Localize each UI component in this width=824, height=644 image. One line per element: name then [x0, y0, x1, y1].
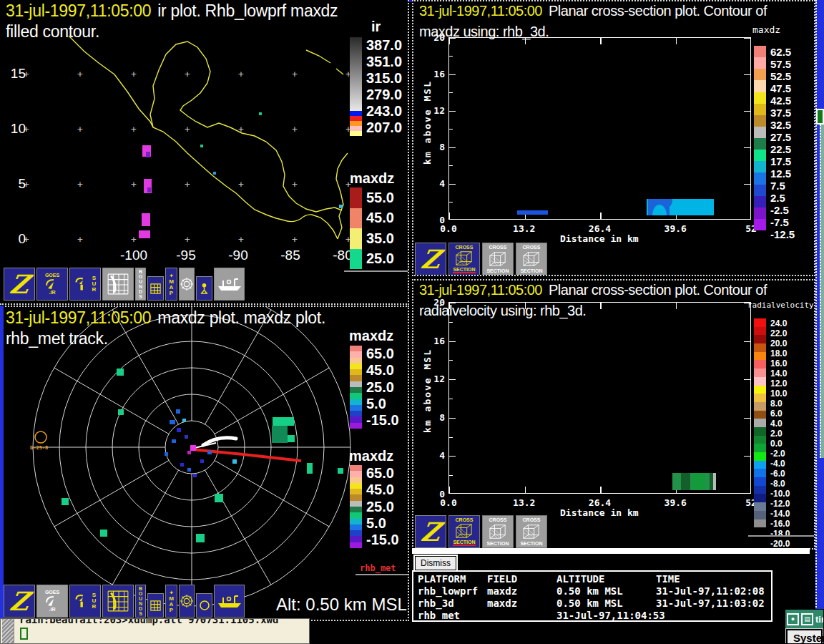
x-tick-label: 0.0: [440, 497, 456, 508]
colorbar-label: 315.0: [366, 70, 402, 87]
cross-section-button-active[interactable]: CROSS SECTION: [448, 243, 480, 275]
ir-panel-timestamp: 31-jul-1997,11:05:00: [6, 1, 151, 20]
table-cell: 0.50 km MSL: [556, 597, 656, 610]
xsec-radial-colorbar-title: radialvelocity: [747, 301, 814, 310]
ir-panel-title-text: ir plot. Rhb_lowprf maxdz: [157, 1, 338, 20]
colorbar-swatch: [754, 477, 766, 486]
surveillance-button[interactable]: SUR: [69, 268, 101, 301]
xsec-radial-title-text: Planar cross-section plot. Contour of: [549, 282, 767, 298]
colorbar-label: 5.0: [366, 396, 399, 412]
grid-plus-mark: +: [292, 124, 298, 135]
compass-rings-button[interactable]: [179, 268, 195, 301]
zebra-logo-button[interactable]: Z: [4, 585, 35, 618]
cross-section-button[interactable]: CROSS SECTION: [482, 243, 514, 275]
cube-icon: [521, 523, 541, 540]
colorbar-swatches: [754, 46, 766, 230]
xsec-radial-button-row: Z CROSS SECTION CROSS SECTION CROSS SECT…: [415, 515, 558, 548]
colorbar-label: 351.0: [366, 54, 402, 70]
colorbar-label: 20.0: [770, 338, 790, 348]
corner-window-titlebar[interactable]: ● ▤ tin: [785, 610, 823, 628]
echo-cell: [272, 426, 288, 443]
colorbar-label: 22.5: [770, 143, 795, 155]
compass-rings-button[interactable]: [179, 585, 195, 618]
window-document-icon[interactable]: ▤: [801, 613, 813, 625]
colorbar-label: -2.5: [770, 204, 795, 216]
small-grid-button[interactable]: [147, 593, 164, 618]
colorbar-label: 2.0: [770, 429, 790, 439]
terminal-scrollbar[interactable]: [2, 619, 14, 643]
terminal-command-line: rain:beaufait:203>xdump.all 970731.1105.…: [19, 618, 278, 625]
corner-window: ● ▤ tin Syster: [785, 609, 824, 644]
colorbar-swatch: [350, 358, 362, 364]
goes-ir-button[interactable]: GOES .IR: [36, 268, 68, 301]
xsec-radial-timestamp: 31-jul-1997,11:05:00: [419, 282, 542, 298]
colorbar-swatch: [350, 530, 362, 536]
grid-plus-mark: +: [238, 124, 244, 135]
colorbar-swatch: [754, 494, 766, 502]
x-tick-label: -100: [120, 248, 147, 263]
radar-echo-layer: [0, 307, 408, 620]
window-menu-icon[interactable]: ●: [787, 613, 799, 625]
colorbar-label: 14.0: [770, 369, 790, 379]
colorbar-swatch: [754, 386, 766, 394]
colorbar-chip: [350, 116, 362, 121]
circle-button[interactable]: [196, 593, 212, 618]
grid-plus-mark: +: [185, 124, 190, 135]
xsec-radial-x-axis-label: Distance in km: [560, 507, 639, 518]
terminal-window[interactable]: rain:beaufait:203>xdump.all 970731.1105.…: [0, 618, 310, 644]
surveillance-button[interactable]: SUR: [69, 585, 101, 618]
colorbar-swatch: [350, 381, 362, 387]
colorbar-label: 12.0: [770, 379, 790, 389]
corner-window-title: tin: [815, 614, 824, 625]
colorbar-label: 45.0: [366, 362, 399, 379]
grid-plus-mark: +: [77, 124, 83, 135]
z-logo-icon: Z: [419, 246, 441, 272]
colorbar-swatch: [754, 327, 766, 336]
table-cell: [656, 610, 771, 622]
satellite-dish-icon: [45, 278, 59, 290]
colorbar-labels: 62.557.552.547.542.537.532.527.522.517.5…: [770, 46, 795, 230]
bounds-button[interactable]: BOUNDS: [135, 585, 146, 618]
ship-button[interactable]: [214, 585, 245, 618]
cross-section-button[interactable]: CROSS SECTION: [516, 515, 547, 548]
cross-section-button-active[interactable]: CROSS SECTION: [448, 515, 480, 548]
map-button[interactable]: ✦ MAP: [165, 585, 177, 618]
range-rings-icon: [180, 277, 194, 291]
map-button[interactable]: ✦ MAP: [165, 268, 177, 301]
background-window-button[interactable]: [816, 109, 824, 125]
grid-plus-mark: +: [292, 69, 298, 79]
colorbar-label: 5.0: [366, 515, 399, 532]
grid-plus-mark: +: [185, 179, 190, 190]
zebra-logo-button[interactable]: Z: [415, 515, 446, 548]
colorbar-label: 22.0: [770, 328, 790, 338]
colorbar-swatch: [754, 115, 766, 127]
bounds-button[interactable]: BOUNDS: [135, 268, 146, 301]
xsec-maxdz-x-axis-label: Distance in km: [560, 233, 639, 244]
grid-radar-button[interactable]: [102, 268, 134, 301]
small-grid-button[interactable]: [147, 276, 164, 301]
table-header-cell: TIME: [656, 573, 771, 585]
grid-radar-button[interactable]: [102, 585, 134, 618]
ir-panel-title-line2: filled contour.: [6, 22, 99, 42]
echo-cell: [207, 451, 212, 454]
goes-ir-button[interactable]: GOES .IR: [36, 585, 68, 618]
y-tick-label: 12: [433, 374, 445, 384]
echo-cell: [193, 474, 197, 477]
cross-section-button[interactable]: CROSS SECTION: [516, 243, 547, 275]
colorbar-swatch: [754, 172, 766, 184]
colorbar-swatch: [754, 461, 766, 469]
colorbar-swatches: [350, 465, 362, 548]
colorbar-label: 24.0: [770, 318, 790, 328]
zebra-logo-button[interactable]: Z: [4, 268, 35, 301]
ship-button[interactable]: [214, 268, 245, 301]
cross-section-button[interactable]: CROSS SECTION: [482, 515, 514, 548]
colorbar-label: -8.0: [770, 479, 790, 489]
colorbar-swatch: [754, 92, 766, 104]
grid-plus-mark: +: [131, 179, 137, 190]
zebra-logo-button[interactable]: Z: [415, 243, 446, 275]
echo-cell: [187, 451, 191, 454]
buoy-button[interactable]: [196, 276, 212, 301]
dismiss-button[interactable]: Dismiss: [415, 556, 456, 570]
y-tick-label: 15: [11, 66, 26, 82]
x-tick-label: -90: [228, 248, 247, 263]
